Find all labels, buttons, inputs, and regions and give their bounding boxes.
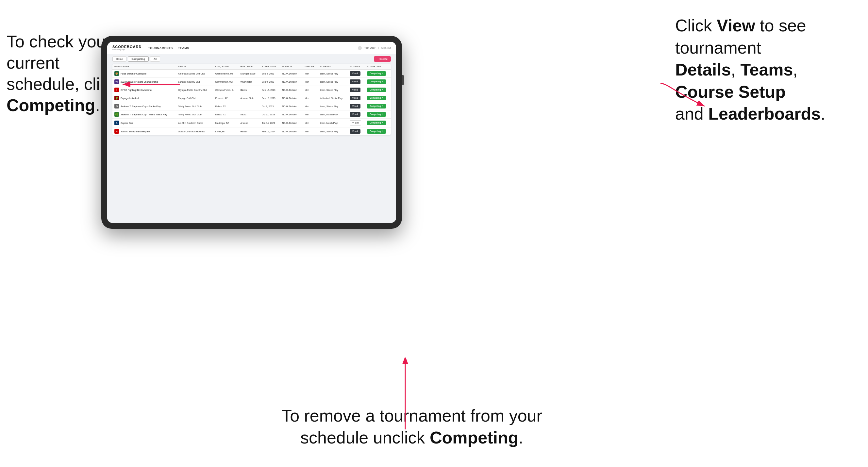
table-row: W 2023 Sahalee Players Championship Saha… xyxy=(113,78,391,86)
edit-button[interactable]: ✏ Edit xyxy=(350,120,361,125)
team-logo: W xyxy=(114,80,119,84)
table-row: 🌿 Jackson T. Stephens Cup – Men's Match … xyxy=(113,111,391,119)
competing-button[interactable]: Competing ✓ xyxy=(367,112,386,117)
start-date-cell: Oct 11, 2023 xyxy=(260,111,280,119)
col-gender: GENDER xyxy=(303,64,318,70)
venue-cell: American Dunes Golf Club xyxy=(176,70,213,78)
competing-button[interactable]: Competing ✓ xyxy=(367,71,386,76)
actions-cell: View ℹ xyxy=(348,111,365,119)
venue-cell: Ak-Chin Southern Dunes xyxy=(176,119,213,127)
gender-cell: Men xyxy=(303,127,318,136)
competing-button[interactable]: Competing ✓ xyxy=(367,88,386,92)
logo-title: SCOREBOARD xyxy=(113,45,142,49)
competing-cell: Competing ✓ xyxy=(365,119,391,127)
col-competing: COMPETING xyxy=(365,64,391,70)
competing-button[interactable]: Competing ✓ xyxy=(367,104,386,108)
scoring-cell: team, Stroke Play xyxy=(318,78,348,86)
view-button[interactable]: View ℹ xyxy=(350,88,361,92)
arrow-competing-bottom xyxy=(400,357,410,429)
scoring-cell: team, Stroke Play xyxy=(318,102,348,111)
competing-button[interactable]: Competing ✓ xyxy=(367,80,386,84)
col-event-name: EVENT NAME xyxy=(113,64,176,70)
team-logo: 🌿 xyxy=(114,112,119,117)
col-hosted-by: HOSTED BY xyxy=(238,64,260,70)
logo-subtitle: Powered by clippi xyxy=(113,49,142,51)
view-button[interactable]: View ℹ xyxy=(350,104,361,108)
col-actions: ACTIONS xyxy=(348,64,365,70)
hosted-by-cell: Michigan State xyxy=(238,70,260,78)
actions-cell: View ℹ xyxy=(348,127,365,136)
start-date-cell: Oct 9, 2023 xyxy=(260,102,280,111)
event-name-cell-7: H John A. Burns Intercollegiate xyxy=(113,127,176,136)
city-cell: Grand Haven, MI xyxy=(213,70,239,78)
city-cell: Lihue, HI xyxy=(213,127,239,136)
filter-all[interactable]: All xyxy=(150,56,160,62)
col-scoring: SCORING xyxy=(318,64,348,70)
col-city-state: CITY, STATE xyxy=(213,64,239,70)
venue-cell: Papago Golf Club xyxy=(176,94,213,102)
team-logo: 🦁 xyxy=(114,71,119,76)
scoring-cell: team, Stroke Play xyxy=(318,70,348,78)
actions-cell: View ℹ xyxy=(348,86,365,94)
tablet-side-button xyxy=(402,75,404,85)
scoring-cell: team, Stroke Play xyxy=(318,86,348,94)
division-cell: NCAA Division I xyxy=(280,94,303,102)
tablet-device: SCOREBOARD Powered by clippi TOURNAMENTS… xyxy=(101,36,402,229)
table-row: 🌵 Papago Individual Papago Golf ClubPhoe… xyxy=(113,94,391,102)
annotation-bottom: To remove a tournament from your schedul… xyxy=(281,405,542,449)
table-header-row: EVENT NAME VENUE CITY, STATE HOSTED BY S… xyxy=(113,64,391,70)
gender-cell: Men xyxy=(303,86,318,94)
filters-row: Home Competing All + Create xyxy=(107,54,396,64)
competing-button[interactable]: Competing ✓ xyxy=(367,96,386,100)
competing-button[interactable]: Competing ✓ xyxy=(367,129,386,134)
table-row: A Copper Cup Ak-Chin Southern DunesMaric… xyxy=(113,119,391,127)
start-date-cell: Sep 4, 2023 xyxy=(260,70,280,78)
event-name-text: Jackson T. Stephens Cup – Stroke Play xyxy=(121,105,161,107)
nav-teams[interactable]: TEAMS xyxy=(178,46,189,50)
event-name-cell-0: 🦁 Folds of Honor Collegiate xyxy=(113,70,176,78)
col-division: DIVISION xyxy=(280,64,303,70)
event-name-text: John A. Burns Intercollegiate xyxy=(121,130,150,133)
gender-cell: Men xyxy=(303,119,318,127)
competing-button[interactable]: Competing ✓ xyxy=(367,121,386,125)
hosted-by-cell: Illinois xyxy=(238,86,260,94)
event-name-text: OFCC Fighting Illini Invitational xyxy=(121,89,152,91)
view-button[interactable]: View ℹ xyxy=(350,71,361,76)
filter-tabs: Home Competing All xyxy=(113,56,160,62)
view-button[interactable]: View ℹ xyxy=(350,96,361,100)
actions-cell: View ℹ xyxy=(348,70,365,78)
division-cell: NCAA Division I xyxy=(280,86,303,94)
view-button[interactable]: View ℹ xyxy=(350,80,361,84)
city-cell: Maricopa, AZ xyxy=(213,119,239,127)
city-cell: Dallas, TX xyxy=(213,111,239,119)
nav-tournaments[interactable]: TOURNAMENTS xyxy=(148,46,173,50)
table-row: ⚙ Jackson T. Stephens Cup – Stroke Play … xyxy=(113,102,391,111)
gender-cell: Men xyxy=(303,111,318,119)
user-icon xyxy=(358,46,362,50)
event-name-text: Papago Individual xyxy=(121,97,139,99)
event-name-cell-5: 🌿 Jackson T. Stephens Cup – Men's Match … xyxy=(113,111,176,119)
filter-competing[interactable]: Competing xyxy=(128,56,149,62)
scoring-cell: team, Stroke Play xyxy=(318,127,348,136)
create-button[interactable]: + Create xyxy=(374,56,391,62)
venue-cell: Trinity Forest Golf Club xyxy=(176,111,213,119)
hosted-by-cell: Arizona xyxy=(238,119,260,127)
gender-cell: Men xyxy=(303,70,318,78)
event-name-text: Jackson T. Stephens Cup – Men's Match Pl… xyxy=(121,114,167,116)
competing-cell: Competing ✓ xyxy=(365,127,391,136)
team-logo: 🌵 xyxy=(114,96,119,100)
col-start-date: START DATE xyxy=(260,64,280,70)
hosted-by-cell: Arizona State xyxy=(238,94,260,102)
table-body: 🦁 Folds of Honor Collegiate American Dun… xyxy=(113,70,391,136)
filter-home[interactable]: Home xyxy=(113,56,126,62)
hosted-by-cell: ABAC xyxy=(238,111,260,119)
start-date-cell: Jan 14, 2024 xyxy=(260,119,280,127)
event-name-text: Folds of Honor Collegiate xyxy=(121,72,147,75)
view-button[interactable]: View ℹ xyxy=(350,129,361,134)
sign-out-link[interactable]: Sign out xyxy=(381,46,391,49)
start-date-cell: Sep 9, 2023 xyxy=(260,78,280,86)
view-button[interactable]: View ℹ xyxy=(350,112,361,117)
event-name-cell-1: W 2023 Sahalee Players Championship xyxy=(113,78,176,86)
table-row: I OFCC Fighting Illini Invitational Olym… xyxy=(113,86,391,94)
scoring-cell: individual, Stroke Play xyxy=(318,94,348,102)
